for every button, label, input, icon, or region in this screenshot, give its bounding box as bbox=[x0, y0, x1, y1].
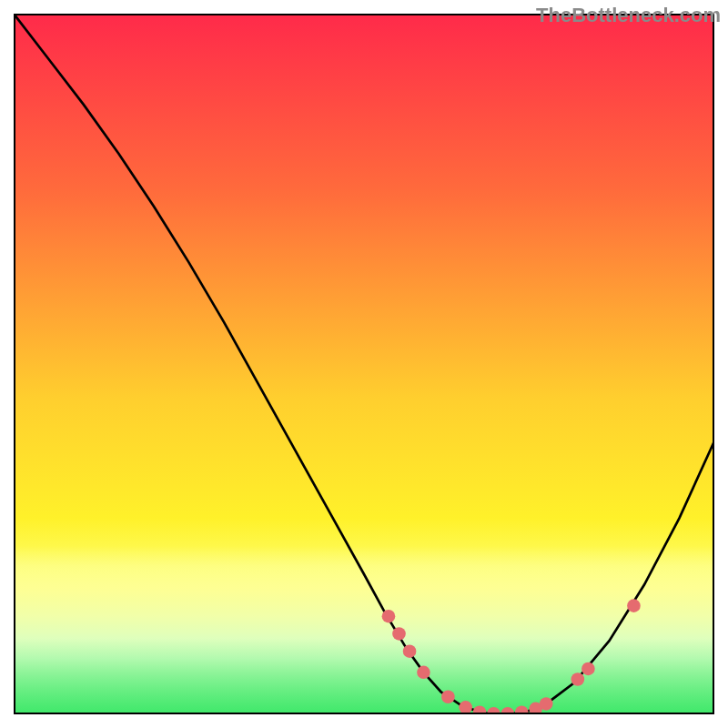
bottom-band bbox=[14, 546, 714, 714]
chart-container: TheBottleneck.com bbox=[0, 0, 728, 728]
watermark-text: TheBottleneck.com bbox=[536, 4, 721, 27]
plot-area bbox=[14, 14, 714, 714]
